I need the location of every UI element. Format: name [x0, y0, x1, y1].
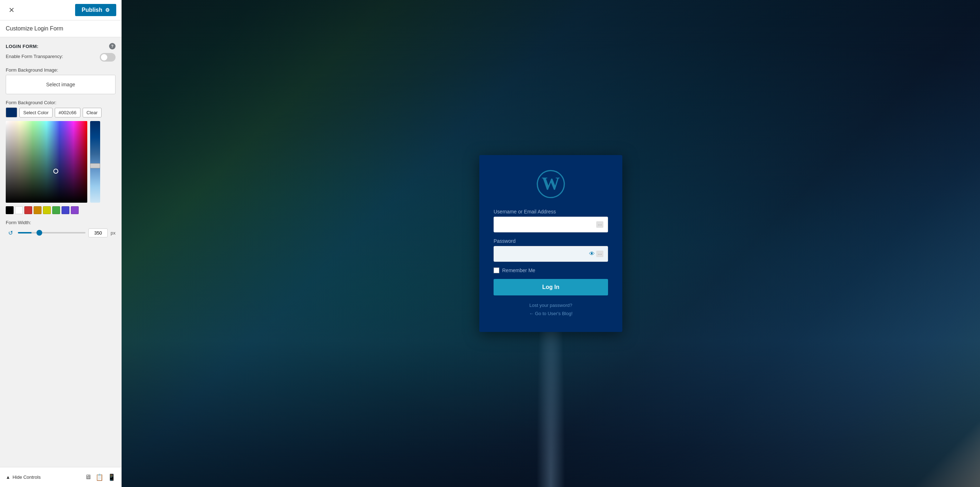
close-icon: ✕	[9, 6, 15, 14]
form-width-row: Form Width: ↺ px	[6, 220, 116, 238]
lost-password-link[interactable]: Lost your password?	[493, 303, 608, 308]
transparency-toggle[interactable]	[100, 53, 116, 62]
color-hex-value: #002c66	[55, 108, 81, 117]
swatch-red[interactable]	[24, 206, 32, 214]
bottom-bar: ▲ Hide Controls 🖥 📋 📱	[0, 467, 121, 487]
publish-label: Publish	[81, 7, 102, 13]
swatch-black[interactable]	[6, 206, 14, 214]
form-width-label: Form Width:	[6, 220, 116, 225]
bg-color-row: Form Background Color: Select Color #002…	[6, 100, 116, 214]
login-form-section-label: LOGIN FORM: ?	[6, 43, 116, 49]
swatch-blue[interactable]	[62, 206, 69, 214]
width-controls: ↺ px	[6, 228, 116, 238]
username-dots-icon: ···	[596, 221, 603, 228]
color-controls: Select Color #002c66 Clear	[6, 107, 116, 117]
remember-checkbox[interactable]	[493, 268, 499, 273]
left-panel: ✕ Publish ⚙ Customize Login Form LOGIN F…	[0, 0, 122, 487]
color-cursor	[53, 169, 58, 174]
top-bar: ✕ Publish ⚙	[0, 0, 121, 21]
swatch-green[interactable]	[52, 206, 60, 214]
password-dots-icon: ···	[596, 251, 603, 257]
device-icons: 🖥 📋 📱	[85, 473, 116, 481]
preview-panel: W Username or Email Address ··· Password…	[122, 0, 980, 487]
reset-width-button[interactable]: ↺	[6, 228, 15, 238]
wordpress-logo-svg: W	[536, 169, 565, 199]
username-input[interactable]: ···	[493, 217, 608, 232]
hide-controls-label: Hide Controls	[13, 474, 41, 480]
width-slider[interactable]	[18, 232, 86, 233]
hue-thumb	[90, 163, 100, 168]
svg-text:W: W	[542, 173, 560, 193]
color-picker	[6, 121, 116, 203]
help-icon[interactable]: ?	[109, 43, 116, 49]
wp-logo: W	[493, 169, 608, 199]
clear-color-button[interactable]: Clear	[83, 108, 102, 117]
password-input[interactable]: 👁 ···	[493, 246, 608, 262]
remember-row: Remember Me	[493, 268, 608, 273]
swatch-yellow[interactable]	[43, 206, 51, 214]
panel-content: LOGIN FORM: ? Enable Form Transparency: …	[0, 37, 121, 467]
transparency-row: Enable Form Transparency:	[6, 53, 116, 62]
login-links: Lost your password? ← Go to User's Blog!	[493, 303, 608, 316]
swatch-orange[interactable]	[33, 206, 41, 214]
username-input-icons: ···	[596, 221, 603, 228]
select-color-button[interactable]: Select Color	[19, 108, 52, 117]
chevron-up-icon: ▲	[6, 474, 10, 480]
hue-slider[interactable]	[90, 121, 100, 203]
panel-title: Customize Login Form	[6, 26, 63, 32]
eye-icon: 👁	[589, 251, 595, 257]
mobile-icon[interactable]: 📱	[108, 473, 116, 481]
color-swatches	[6, 206, 116, 214]
color-swatch[interactable]	[6, 107, 17, 117]
bg-color-label: Form Background Color:	[6, 100, 116, 105]
publish-button[interactable]: Publish ⚙	[75, 4, 116, 16]
password-input-icons: 👁 ···	[589, 251, 603, 257]
tablet-icon[interactable]: 📋	[95, 473, 103, 481]
transparency-label: Enable Form Transparency:	[6, 54, 63, 59]
bg-image-label: Form Background Image:	[6, 67, 116, 73]
go-to-blog-link[interactable]: ← Go to User's Blog!	[493, 311, 608, 316]
desktop-icon[interactable]: 🖥	[85, 473, 91, 481]
gear-icon: ⚙	[105, 7, 110, 13]
swatch-purple[interactable]	[71, 206, 79, 214]
color-canvas[interactable]	[6, 121, 87, 203]
help-label: ?	[111, 44, 113, 48]
login-button[interactable]: Log In	[493, 279, 608, 295]
swatch-white[interactable]	[15, 206, 23, 214]
select-image-button[interactable]: Select image	[6, 75, 116, 94]
login-card: W Username or Email Address ··· Password…	[479, 155, 622, 332]
hide-controls-button[interactable]: ▲ Hide Controls	[6, 474, 41, 480]
close-button[interactable]: ✕	[5, 3, 18, 16]
hue-track	[90, 121, 100, 203]
username-label: Username or Email Address	[493, 209, 608, 214]
section-title: LOGIN FORM:	[6, 44, 39, 49]
remember-label: Remember Me	[502, 268, 535, 273]
width-input[interactable]	[88, 228, 108, 238]
px-unit: px	[111, 230, 116, 236]
password-label: Password	[493, 238, 608, 244]
bg-image-row: Form Background Image: Select image	[6, 67, 116, 94]
panel-header: Customize Login Form	[0, 21, 121, 37]
